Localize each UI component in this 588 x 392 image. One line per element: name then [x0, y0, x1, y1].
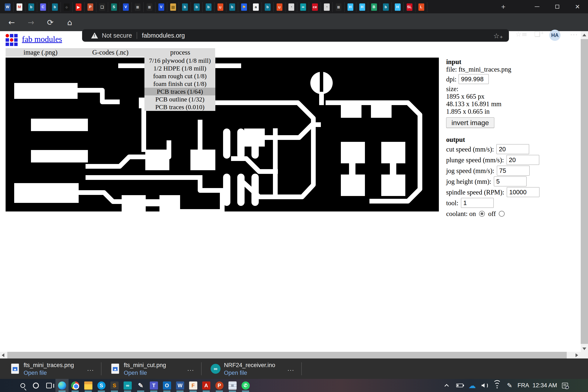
restore-button[interactable] — [547, 0, 567, 13]
taskbar-icon-powerpoint[interactable]: P — [213, 379, 226, 392]
process-item-plywood[interactable]: 7/16 plywood (1/8 mill) — [144, 57, 215, 64]
taskbar-icon-teams[interactable]: T — [147, 379, 160, 392]
scroll-right-arrow-icon[interactable] — [576, 353, 578, 357]
volume-icon[interactable] — [478, 379, 491, 392]
new-tab-button[interactable]: + — [498, 2, 508, 11]
process-item-hdpe[interactable]: 1/2 HDPE (1/8 mill) — [144, 64, 215, 72]
download-more-icon[interactable]: ... — [288, 365, 294, 372]
taskbar-icon-word[interactable]: W — [174, 379, 186, 392]
browser-tab[interactable]: ce — [309, 2, 321, 12]
home-button[interactable]: ⌂ — [64, 17, 75, 28]
browser-tab[interactable]: M — [14, 2, 25, 12]
coolant-off-radio[interactable] — [499, 211, 504, 217]
browser-tab[interactable]: B — [368, 2, 380, 12]
vertical-scrollbar-thumb[interactable] — [581, 39, 588, 344]
menu-process[interactable]: process — [145, 48, 215, 57]
security-label[interactable]: Not secure — [102, 32, 132, 39]
browser-tab[interactable]: H — [344, 2, 356, 12]
browser-tab[interactable]: b — [380, 2, 392, 12]
browser-tab[interactable]: b — [25, 2, 37, 12]
browser-tab[interactable]: b — [226, 2, 238, 12]
collections-icon[interactable]: ❏⁺ — [534, 30, 544, 38]
plunge-speed-input[interactable] — [506, 155, 539, 165]
horizontal-scrollbar-thumb[interactable] — [7, 352, 567, 358]
spindle-speed-input[interactable] — [507, 187, 540, 197]
taskbar-icon-pencil[interactable]: ✎ — [134, 379, 147, 392]
taskbar-icon-notepad[interactable]: ≡ — [226, 379, 239, 392]
browser-tab[interactable]: ≣ — [144, 2, 156, 12]
scroll-down-arrow-icon[interactable] — [582, 348, 586, 350]
reload-button[interactable]: ⟳ — [45, 17, 56, 28]
cut-speed-input[interactable] — [496, 144, 529, 154]
browser-tab[interactable]: ◆ — [61, 2, 73, 12]
browser-tab[interactable]: ∪ — [274, 2, 286, 12]
close-window-button[interactable]: ✕ — [567, 0, 588, 13]
browser-tab[interactable]: ≣ — [333, 2, 344, 12]
browser-tab[interactable]: b — [262, 2, 274, 12]
browser-tab[interactable]: ∞ — [297, 2, 309, 12]
browser-tab[interactable]: b — [203, 2, 214, 12]
taskbar-icon-chrome[interactable] — [68, 379, 82, 392]
browser-tab[interactable]: V — [120, 2, 132, 12]
windows-ink-pen-icon[interactable]: ✎ — [503, 379, 516, 392]
process-item-pcb-outline-32[interactable]: PCB outline (1/32) — [144, 96, 215, 103]
process-item-foam-rough[interactable]: foam rough cut (1/8) — [144, 72, 215, 80]
taskbar-icon-outlook[interactable]: O — [160, 379, 174, 392]
browser-tab[interactable]: ∪ — [214, 2, 226, 12]
taskbar-icon-whatsapp[interactable]: ✆ — [239, 379, 252, 392]
browser-tab[interactable]: W — [2, 2, 14, 12]
pcb-traces-image[interactable] — [6, 58, 439, 212]
browser-tab[interactable]: b — [49, 2, 61, 12]
horizontal-scrollbar[interactable] — [0, 352, 581, 358]
process-item-pcb-traces-010[interactable]: PCB traces (0.010) — [144, 103, 215, 111]
vertical-scrollbar[interactable] — [581, 31, 588, 352]
onedrive-cloud-icon[interactable]: ☁ — [466, 379, 478, 392]
tray-chevron-icon[interactable] — [441, 379, 454, 392]
download-item[interactable]: ∞ NRF24_receiver.ino Open file ... — [203, 358, 300, 379]
language-indicator[interactable]: FRA — [516, 379, 531, 392]
download-item[interactable]: fts_mini_cut.png Open file ... — [103, 358, 200, 379]
dpi-input[interactable] — [458, 74, 489, 84]
browser-tab[interactable]: S — [108, 2, 120, 12]
download-more-icon[interactable]: ... — [87, 365, 94, 372]
download-item[interactable]: fts_mini_traces.png Open file ... — [3, 358, 100, 379]
browser-tab[interactable]: b — [191, 2, 203, 12]
taskbar-icon-acrobat[interactable]: A — [200, 379, 213, 392]
taskbar-icon-explorer[interactable] — [82, 379, 95, 392]
browser-tab[interactable]: ≣ — [132, 2, 144, 12]
menu-gcodes-nc[interactable]: G-codes (.nc) — [76, 48, 145, 57]
open-file-link[interactable]: Open file — [224, 370, 247, 376]
taskbar-icon-search[interactable] — [16, 379, 29, 392]
open-file-link[interactable]: Open file — [124, 370, 147, 376]
browser-tab[interactable]: SL — [404, 2, 416, 12]
process-item-pcb-traces-64[interactable]: PCB traces (1/64) — [144, 88, 215, 96]
browser-tab[interactable]: H — [356, 2, 368, 12]
browser-tab[interactable]: ◔ — [286, 2, 297, 12]
scroll-left-arrow-icon[interactable] — [2, 353, 4, 357]
browser-tab[interactable]: L — [416, 2, 427, 12]
back-button[interactable]: ← — [6, 17, 17, 28]
browser-tab[interactable]: ❏ — [96, 2, 108, 12]
download-more-icon[interactable]: ... — [188, 365, 194, 372]
notification-center-icon[interactable] — [559, 379, 571, 392]
minimize-button[interactable] — [527, 0, 547, 13]
jog-height-input[interactable] — [494, 176, 526, 186]
address-bar[interactable]: Not secure fabmodules.org — [82, 29, 509, 42]
invert-image-button[interactable]: invert image — [446, 117, 494, 128]
taskbar-icon-sublime[interactable]: S — [108, 379, 121, 392]
menu-image-png[interactable]: image (.png) — [6, 48, 76, 57]
browser-tab[interactable]: C — [37, 2, 49, 12]
settings-menu-icon[interactable]: ⋯ — [570, 30, 578, 39]
tool-input[interactable] — [461, 198, 494, 208]
forward-button[interactable]: → — [25, 17, 36, 28]
wifi-icon[interactable] — [491, 379, 503, 392]
coolant-on-radio[interactable] — [479, 211, 485, 217]
open-file-link[interactable]: Open file — [24, 370, 47, 376]
fab-modules-link[interactable]: fab modules — [22, 34, 62, 44]
taskbar-clock[interactable]: 12:34 AM — [531, 379, 559, 392]
browser-tab[interactable]: b — [179, 2, 191, 12]
browser-tab[interactable]: H — [392, 2, 404, 12]
browser-tab[interactable]: ◔ — [321, 2, 333, 12]
battery-icon[interactable] — [454, 379, 466, 392]
url-text[interactable]: fabmodules.org — [142, 32, 185, 39]
